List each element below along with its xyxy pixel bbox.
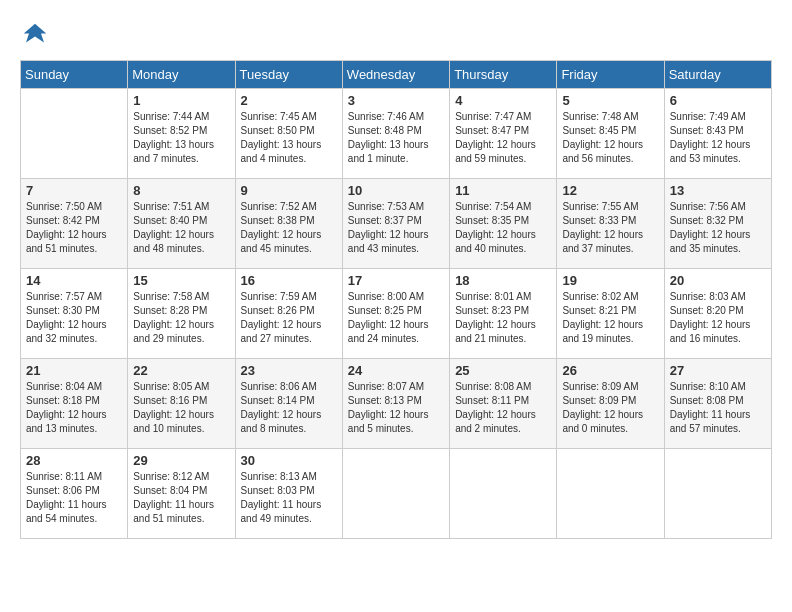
day-number: 27 (670, 363, 766, 378)
day-info: Sunrise: 7:46 AMSunset: 8:48 PMDaylight:… (348, 110, 444, 166)
day-info: Sunrise: 8:13 AMSunset: 8:03 PMDaylight:… (241, 470, 337, 526)
weekday-header: Sunday (21, 61, 128, 89)
day-number: 5 (562, 93, 658, 108)
day-info: Sunrise: 8:07 AMSunset: 8:13 PMDaylight:… (348, 380, 444, 436)
day-info: Sunrise: 8:00 AMSunset: 8:25 PMDaylight:… (348, 290, 444, 346)
weekday-header: Tuesday (235, 61, 342, 89)
calendar-cell: 5 Sunrise: 7:48 AMSunset: 8:45 PMDayligh… (557, 89, 664, 179)
weekday-header: Wednesday (342, 61, 449, 89)
calendar-cell: 7 Sunrise: 7:50 AMSunset: 8:42 PMDayligh… (21, 179, 128, 269)
day-info: Sunrise: 8:10 AMSunset: 8:08 PMDaylight:… (670, 380, 766, 436)
logo (20, 20, 54, 50)
calendar-table: SundayMondayTuesdayWednesdayThursdayFrid… (20, 60, 772, 539)
day-info: Sunrise: 8:02 AMSunset: 8:21 PMDaylight:… (562, 290, 658, 346)
day-info: Sunrise: 8:11 AMSunset: 8:06 PMDaylight:… (26, 470, 122, 526)
day-number: 25 (455, 363, 551, 378)
day-number: 22 (133, 363, 229, 378)
calendar-cell (21, 89, 128, 179)
day-info: Sunrise: 7:48 AMSunset: 8:45 PMDaylight:… (562, 110, 658, 166)
day-number: 4 (455, 93, 551, 108)
day-info: Sunrise: 7:47 AMSunset: 8:47 PMDaylight:… (455, 110, 551, 166)
weekday-row: SundayMondayTuesdayWednesdayThursdayFrid… (21, 61, 772, 89)
day-number: 19 (562, 273, 658, 288)
day-number: 13 (670, 183, 766, 198)
day-info: Sunrise: 8:12 AMSunset: 8:04 PMDaylight:… (133, 470, 229, 526)
day-info: Sunrise: 7:44 AMSunset: 8:52 PMDaylight:… (133, 110, 229, 166)
calendar-cell: 24 Sunrise: 8:07 AMSunset: 8:13 PMDaylig… (342, 359, 449, 449)
day-number: 1 (133, 93, 229, 108)
day-info: Sunrise: 7:51 AMSunset: 8:40 PMDaylight:… (133, 200, 229, 256)
calendar-cell: 22 Sunrise: 8:05 AMSunset: 8:16 PMDaylig… (128, 359, 235, 449)
weekday-header: Monday (128, 61, 235, 89)
day-number: 30 (241, 453, 337, 468)
day-info: Sunrise: 7:58 AMSunset: 8:28 PMDaylight:… (133, 290, 229, 346)
day-info: Sunrise: 8:04 AMSunset: 8:18 PMDaylight:… (26, 380, 122, 436)
calendar-cell: 23 Sunrise: 8:06 AMSunset: 8:14 PMDaylig… (235, 359, 342, 449)
day-number: 7 (26, 183, 122, 198)
day-number: 26 (562, 363, 658, 378)
day-number: 12 (562, 183, 658, 198)
calendar-cell: 25 Sunrise: 8:08 AMSunset: 8:11 PMDaylig… (450, 359, 557, 449)
calendar-week-row: 7 Sunrise: 7:50 AMSunset: 8:42 PMDayligh… (21, 179, 772, 269)
calendar-cell: 9 Sunrise: 7:52 AMSunset: 8:38 PMDayligh… (235, 179, 342, 269)
day-number: 14 (26, 273, 122, 288)
day-info: Sunrise: 7:57 AMSunset: 8:30 PMDaylight:… (26, 290, 122, 346)
day-number: 28 (26, 453, 122, 468)
calendar-cell: 28 Sunrise: 8:11 AMSunset: 8:06 PMDaylig… (21, 449, 128, 539)
day-info: Sunrise: 7:55 AMSunset: 8:33 PMDaylight:… (562, 200, 658, 256)
day-number: 17 (348, 273, 444, 288)
day-info: Sunrise: 8:09 AMSunset: 8:09 PMDaylight:… (562, 380, 658, 436)
day-info: Sunrise: 8:01 AMSunset: 8:23 PMDaylight:… (455, 290, 551, 346)
day-info: Sunrise: 7:53 AMSunset: 8:37 PMDaylight:… (348, 200, 444, 256)
day-info: Sunrise: 8:06 AMSunset: 8:14 PMDaylight:… (241, 380, 337, 436)
day-info: Sunrise: 7:56 AMSunset: 8:32 PMDaylight:… (670, 200, 766, 256)
day-number: 29 (133, 453, 229, 468)
calendar-cell: 1 Sunrise: 7:44 AMSunset: 8:52 PMDayligh… (128, 89, 235, 179)
day-info: Sunrise: 7:49 AMSunset: 8:43 PMDaylight:… (670, 110, 766, 166)
day-number: 24 (348, 363, 444, 378)
calendar-cell: 19 Sunrise: 8:02 AMSunset: 8:21 PMDaylig… (557, 269, 664, 359)
day-number: 10 (348, 183, 444, 198)
day-info: Sunrise: 7:50 AMSunset: 8:42 PMDaylight:… (26, 200, 122, 256)
calendar-body: 1 Sunrise: 7:44 AMSunset: 8:52 PMDayligh… (21, 89, 772, 539)
calendar-cell: 6 Sunrise: 7:49 AMSunset: 8:43 PMDayligh… (664, 89, 771, 179)
calendar-week-row: 21 Sunrise: 8:04 AMSunset: 8:18 PMDaylig… (21, 359, 772, 449)
day-info: Sunrise: 8:08 AMSunset: 8:11 PMDaylight:… (455, 380, 551, 436)
calendar-cell: 13 Sunrise: 7:56 AMSunset: 8:32 PMDaylig… (664, 179, 771, 269)
day-info: Sunrise: 7:52 AMSunset: 8:38 PMDaylight:… (241, 200, 337, 256)
calendar-cell: 2 Sunrise: 7:45 AMSunset: 8:50 PMDayligh… (235, 89, 342, 179)
day-number: 6 (670, 93, 766, 108)
calendar-week-row: 14 Sunrise: 7:57 AMSunset: 8:30 PMDaylig… (21, 269, 772, 359)
calendar-cell: 14 Sunrise: 7:57 AMSunset: 8:30 PMDaylig… (21, 269, 128, 359)
calendar-week-row: 28 Sunrise: 8:11 AMSunset: 8:06 PMDaylig… (21, 449, 772, 539)
page-header (20, 20, 772, 50)
day-number: 21 (26, 363, 122, 378)
calendar-header: SundayMondayTuesdayWednesdayThursdayFrid… (21, 61, 772, 89)
calendar-cell: 3 Sunrise: 7:46 AMSunset: 8:48 PMDayligh… (342, 89, 449, 179)
calendar-cell: 16 Sunrise: 7:59 AMSunset: 8:26 PMDaylig… (235, 269, 342, 359)
calendar-cell: 4 Sunrise: 7:47 AMSunset: 8:47 PMDayligh… (450, 89, 557, 179)
calendar-cell: 17 Sunrise: 8:00 AMSunset: 8:25 PMDaylig… (342, 269, 449, 359)
weekday-header: Saturday (664, 61, 771, 89)
day-number: 3 (348, 93, 444, 108)
day-number: 16 (241, 273, 337, 288)
calendar-cell (664, 449, 771, 539)
day-info: Sunrise: 8:05 AMSunset: 8:16 PMDaylight:… (133, 380, 229, 436)
calendar-cell (557, 449, 664, 539)
calendar-cell: 15 Sunrise: 7:58 AMSunset: 8:28 PMDaylig… (128, 269, 235, 359)
calendar-cell: 8 Sunrise: 7:51 AMSunset: 8:40 PMDayligh… (128, 179, 235, 269)
day-number: 11 (455, 183, 551, 198)
calendar-cell: 18 Sunrise: 8:01 AMSunset: 8:23 PMDaylig… (450, 269, 557, 359)
day-number: 15 (133, 273, 229, 288)
logo-icon (20, 20, 50, 50)
day-number: 18 (455, 273, 551, 288)
day-info: Sunrise: 8:03 AMSunset: 8:20 PMDaylight:… (670, 290, 766, 346)
calendar-cell: 29 Sunrise: 8:12 AMSunset: 8:04 PMDaylig… (128, 449, 235, 539)
day-number: 9 (241, 183, 337, 198)
calendar-cell: 10 Sunrise: 7:53 AMSunset: 8:37 PMDaylig… (342, 179, 449, 269)
day-number: 20 (670, 273, 766, 288)
calendar-cell: 11 Sunrise: 7:54 AMSunset: 8:35 PMDaylig… (450, 179, 557, 269)
calendar-cell: 12 Sunrise: 7:55 AMSunset: 8:33 PMDaylig… (557, 179, 664, 269)
day-number: 23 (241, 363, 337, 378)
weekday-header: Thursday (450, 61, 557, 89)
